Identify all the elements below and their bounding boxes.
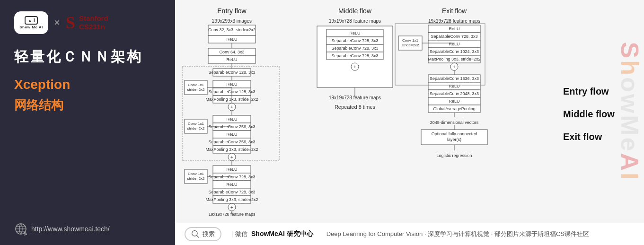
svg-text:+: + (353, 64, 356, 70)
svg-text:ReLU: ReLU (449, 99, 459, 104)
logo-icon: ▲ I (25, 16, 38, 25)
svg-text:GlobalAveragePooling: GlobalAveragePooling (433, 106, 475, 111)
svg-text:+: + (230, 154, 233, 160)
svg-text:SeparableConv 2048, 3x3: SeparableConv 2048, 3x3 (430, 91, 479, 96)
footer-description: Deep Learning for Computer Vision · 深度学习… (326, 230, 635, 238)
stanford-text: Stanford CS231n (79, 14, 108, 31)
globe-icon (14, 222, 27, 236)
svg-text:Entry flow: Entry flow (217, 7, 247, 15)
svg-text:layer(s): layer(s) (447, 137, 461, 142)
search-box[interactable]: 搜索 (185, 227, 221, 241)
svg-text:Conv 1x1: Conv 1x1 (188, 83, 204, 87)
svg-text:stride=2x2: stride=2x2 (187, 88, 205, 92)
svg-text:SeparableConv 256, 3x3: SeparableConv 256, 3x3 (208, 140, 255, 144)
svg-text:+: + (230, 204, 233, 210)
svg-text:stride=2x2: stride=2x2 (187, 126, 205, 131)
svg-text:Optional fully-connected: Optional fully-connected (432, 131, 477, 136)
svg-text:stride=2x2: stride=2x2 (187, 176, 205, 181)
legend-middle-flow: Middle flow (563, 107, 615, 121)
svg-text:ReLU: ReLU (226, 132, 237, 137)
right-legend: Entry flow Middle flow Exit flow (554, 5, 644, 223)
search-icon (191, 230, 200, 238)
svg-text:SeparableConv 728, 3x3: SeparableConv 728, 3x3 (208, 175, 255, 179)
footer-divider: ｜微信 (229, 230, 247, 238)
svg-text:SeparableConv 128, 3x3: SeparableConv 128, 3x3 (208, 70, 255, 75)
svg-text:ReLU: ReLU (226, 117, 237, 122)
svg-text:+: + (453, 64, 456, 70)
svg-text:SeparableConv 728, 3x3: SeparableConv 728, 3x3 (431, 34, 477, 39)
website-url: http://www.showmeai.tech/ (31, 225, 110, 233)
svg-point-128 (192, 231, 197, 236)
svg-text:ReLU: ReLU (449, 42, 459, 46)
svg-text:Conv 32, 3x3, stride=2x2: Conv 32, 3x3, stride=2x2 (208, 27, 256, 32)
subtitle-cn: 网络结构 (14, 97, 161, 114)
svg-text:2048-dimensional vectors: 2048-dimensional vectors (430, 120, 479, 125)
search-label: 搜索 (203, 230, 215, 238)
stanford-logo: S Stanford CS231n (66, 14, 108, 31)
svg-text:MaxPooling 3x3, stride=2x2: MaxPooling 3x3, stride=2x2 (428, 57, 481, 61)
svg-text:ReLU: ReLU (226, 182, 237, 187)
xception-diagram: Entry flow 299x299x3 images Conv 32, 3x3… (180, 5, 549, 222)
svg-text:19x19x728 feature maps: 19x19x728 feature maps (428, 18, 480, 24)
stanford-course: CS231n (79, 23, 108, 31)
footer-brand: ShowMeAI 研究中心 (251, 230, 313, 238)
diagram-area: Entry flow 299x299x3 images Conv 32, 3x3… (175, 0, 644, 223)
right-panel: Entry flow 299x299x3 images Conv 32, 3x3… (175, 0, 644, 245)
times-symbol: × (54, 17, 60, 29)
subtitle-en: Xception (14, 77, 161, 92)
svg-text:ReLU: ReLU (226, 167, 237, 172)
svg-text:Exit flow: Exit flow (442, 7, 467, 15)
svg-text:SeparableConv 728, 3x3: SeparableConv 728, 3x3 (208, 190, 255, 194)
diagram-main: Entry flow 299x299x3 images Conv 32, 3x3… (175, 5, 554, 223)
svg-text:ReLU: ReLU (449, 26, 459, 31)
stanford-s: S (66, 14, 75, 31)
legend-exit-flow: Exit flow (563, 130, 602, 143)
svg-text:ReLU: ReLU (226, 82, 237, 87)
svg-text:SeparableConv 256, 3x3: SeparableConv 256, 3x3 (208, 124, 255, 129)
svg-text:Conv 1x1: Conv 1x1 (188, 122, 204, 126)
svg-text:SeparableConv 728, 3x3: SeparableConv 728, 3x3 (331, 53, 378, 58)
page-title: 轻量化ＣＮＮ架构 (14, 47, 161, 66)
svg-text:ReLU: ReLU (349, 31, 360, 35)
svg-text:MaxPooling 3x3, stride=2x2: MaxPooling 3x3, stride=2x2 (206, 197, 258, 202)
svg-text:SeparableConv 1024, 3x3: SeparableConv 1024, 3x3 (430, 49, 479, 54)
svg-text:+: + (230, 104, 233, 110)
svg-text:Middle flow: Middle flow (338, 7, 372, 15)
svg-line-129 (196, 235, 199, 237)
logo-row: ▲ I Show Me AI × S Stanford CS231n (14, 11, 161, 34)
svg-text:ReLU: ReLU (226, 57, 237, 62)
svg-text:19x19x728 feature maps: 19x19x728 feature maps (329, 18, 381, 24)
svg-text:SeparableConv 728, 3x3: SeparableConv 728, 3x3 (331, 38, 378, 43)
showmeai-logo: ▲ I Show Me AI (14, 11, 48, 34)
showmeai-label: Show Me AI (19, 25, 43, 29)
svg-text:Conv 1x1: Conv 1x1 (402, 38, 418, 43)
svg-text:SeparableConv 1536, 3x3: SeparableConv 1536, 3x3 (430, 76, 479, 81)
left-panel: ▲ I Show Me AI × S Stanford CS231n 轻量化ＣＮ… (0, 0, 175, 245)
svg-text:stride=2x2: stride=2x2 (401, 43, 419, 47)
svg-text:Conv 1x1: Conv 1x1 (188, 172, 204, 176)
svg-text:Logistic regression: Logistic regression (436, 153, 472, 158)
stanford-name: Stanford (79, 14, 108, 23)
svg-text:Conv 64, 3x3: Conv 64, 3x3 (219, 50, 244, 54)
footer-bar: 搜索 ｜微信 ShowMeAI 研究中心 Deep Learning for C… (175, 223, 644, 245)
svg-text:SeparableConv 728, 3x3: SeparableConv 728, 3x3 (331, 46, 378, 51)
legend-entry-flow: Entry flow (563, 85, 609, 98)
svg-text:Repeated 8 times: Repeated 8 times (335, 104, 376, 110)
svg-text:MaxPooling 3x3, stride=2x2: MaxPooling 3x3, stride=2x2 (206, 147, 258, 152)
svg-text:ReLU: ReLU (226, 37, 237, 42)
website-row[interactable]: http://www.showmeai.tech/ (14, 222, 161, 236)
svg-text:ReLU: ReLU (449, 84, 459, 88)
svg-text:299x299x3 images: 299x299x3 images (212, 18, 252, 24)
